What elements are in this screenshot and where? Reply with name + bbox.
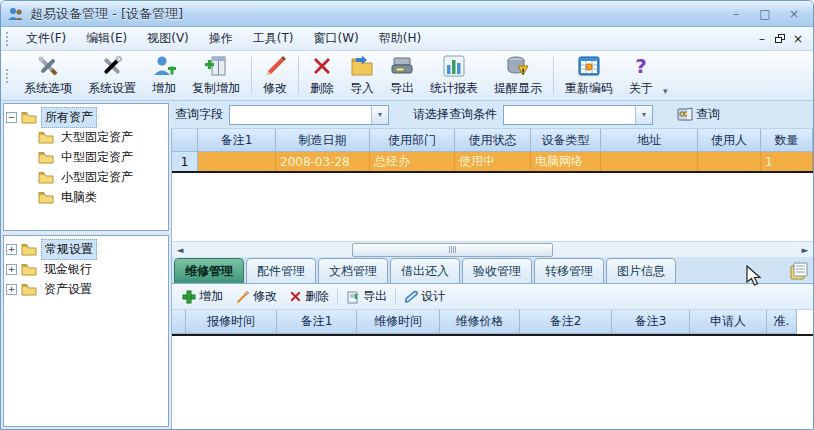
search-button[interactable]: 查询 [671, 104, 726, 125]
design-icon [404, 290, 418, 304]
scrollbar-thumb[interactable] [352, 243, 553, 257]
column-header[interactable]: 申请人 [690, 310, 767, 334]
system-settings-button[interactable]: 系统设置 [80, 51, 144, 100]
tab-document-management[interactable]: 文档管理 [318, 258, 388, 283]
mdi-close-button[interactable]: × [791, 33, 805, 45]
column-header[interactable]: 备注2 [520, 310, 612, 334]
modify-button[interactable]: 修改 [255, 51, 295, 100]
alert-icon [506, 54, 530, 78]
query-field-input[interactable] [230, 106, 371, 124]
tab-parts-management[interactable]: 配件管理 [246, 258, 316, 283]
collapse-icon[interactable]: − [6, 112, 17, 123]
column-header[interactable]: 使用部门 [370, 129, 455, 152]
cell-address [601, 152, 698, 171]
report-button[interactable]: 统计报表 [422, 51, 486, 100]
detail-panel: 维修管理 配件管理 文档管理 借出还入 验收管理 转移管理 图片信息 [171, 257, 813, 429]
system-options-button[interactable]: 系统选项 [16, 51, 80, 100]
scrollbar-track[interactable] [188, 243, 797, 257]
query-condition-input[interactable] [504, 106, 635, 124]
column-header[interactable]: 备注1 [198, 129, 276, 152]
tree-node-asset-settings[interactable]: + 资产设置 [6, 279, 166, 299]
detail-add-button[interactable]: 增加 [178, 286, 227, 307]
menu-file[interactable]: 文件(F) [16, 27, 76, 50]
column-header-rownum[interactable] [172, 129, 198, 152]
close-button[interactable]: × [781, 5, 807, 22]
tree-node-large-assets[interactable]: 大型固定资产 [6, 127, 166, 147]
detail-modify-button[interactable]: 修改 [231, 286, 281, 307]
column-header[interactable]: 备注1 [277, 310, 357, 334]
menubar: 文件(F) 编辑(E) 视图(V) 操作 工具(T) 窗口(W) 帮助(H) –… [1, 27, 813, 51]
about-button[interactable]: ? 关于 [621, 51, 661, 100]
add-icon [182, 290, 196, 304]
scroll-left-icon[interactable]: ◄ [172, 245, 188, 255]
menu-operate[interactable]: 操作 [199, 27, 243, 50]
menu-tools[interactable]: 工具(T) [243, 27, 304, 50]
query-field-combobox[interactable]: ▾ [229, 105, 389, 125]
copy-add-button[interactable]: 复制增加 [184, 51, 248, 100]
column-header[interactable]: 使用人 [698, 129, 761, 152]
tab-picture-info[interactable]: 图片信息 [606, 258, 676, 283]
mdi-restore-button[interactable] [775, 34, 785, 43]
minimize-button[interactable]: – [723, 5, 749, 22]
tree-node-all-assets[interactable]: − 所有资产 [6, 107, 166, 127]
user-add-icon [152, 54, 176, 78]
tree-node-small-assets[interactable]: 小型固定资产 [6, 167, 166, 187]
column-header[interactable]: 备注3 [612, 310, 690, 334]
tree-node-general-settings[interactable]: + 常规设置 [6, 239, 166, 259]
folder-icon [21, 263, 37, 276]
tree-node-medium-assets[interactable]: 中型固定资产 [6, 147, 166, 167]
menu-window[interactable]: 窗口(W) [304, 27, 369, 50]
column-header[interactable]: 地址 [601, 129, 698, 152]
toolbar-separator [251, 57, 252, 94]
add-button[interactable]: 增加 [144, 51, 184, 100]
query-condition-combobox[interactable]: ▾ [503, 105, 653, 125]
detail-export-button[interactable]: 导出 [342, 286, 391, 307]
menu-edit[interactable]: 编辑(E) [76, 27, 137, 50]
chevron-down-icon[interactable]: ▾ [635, 106, 652, 124]
tree-node-cash-bank[interactable]: + 现金银行 [6, 259, 166, 279]
import-icon [350, 54, 374, 78]
menu-view[interactable]: 视图(V) [137, 27, 199, 50]
column-header[interactable]: 报修时间 [186, 310, 277, 334]
scroll-right-icon[interactable]: ► [797, 245, 813, 255]
column-header[interactable]: 维修时间 [357, 310, 440, 334]
column-header[interactable]: 设备类型 [531, 129, 601, 152]
detail-delete-button[interactable]: 删除 [285, 286, 333, 307]
table-row-selected[interactable]: 1 2008-03-28 总经办 使用中 电脑网络 1 [172, 152, 813, 173]
folder-icon [21, 283, 37, 296]
table-empty-area [172, 173, 813, 241]
tab-repair-management[interactable]: 维修管理 [174, 258, 244, 283]
column-header[interactable]: 数量 [761, 129, 813, 152]
chevron-down-icon[interactable]: ▾ [371, 106, 388, 124]
expand-icon[interactable]: + [6, 284, 17, 295]
recode-button[interactable]: 重新编码 [557, 51, 621, 100]
tab-lend-return[interactable]: 借出还入 [390, 258, 460, 283]
form-view-icon[interactable] [789, 262, 809, 280]
column-header[interactable]: 准. [767, 310, 797, 334]
horizontal-scrollbar[interactable]: ◄ ► [172, 241, 813, 257]
delete-button[interactable]: 删除 [302, 51, 342, 100]
tree-node-computer-class[interactable]: 电脑类 [6, 187, 166, 207]
expand-icon[interactable]: + [6, 244, 17, 255]
copy-add-icon [204, 54, 228, 78]
question-icon: ? [629, 54, 653, 78]
tab-acceptance-management[interactable]: 验收管理 [462, 258, 532, 283]
export-button[interactable]: 导出 [382, 51, 422, 100]
column-header[interactable]: 制造日期 [276, 129, 370, 152]
mdi-minimize-button[interactable]: – [755, 33, 769, 45]
import-button[interactable]: 导入 [342, 51, 382, 100]
toolbar-separator [395, 289, 396, 305]
tab-transfer-management[interactable]: 转移管理 [534, 258, 604, 283]
folder-icon [21, 111, 37, 124]
cell-device-type: 电脑网络 [531, 152, 601, 171]
reminder-button[interactable]: 提醒显示 [486, 51, 550, 100]
column-header[interactable]: 使用状态 [455, 129, 531, 152]
menu-help[interactable]: 帮助(H) [369, 27, 431, 50]
column-header[interactable]: 维修价格 [440, 310, 520, 334]
export-doc-icon [346, 290, 360, 304]
maximize-button[interactable]: □ [752, 5, 778, 22]
app-window: 超易设备管理 - [设备管理] – □ × 文件(F) 编辑(E) 视图(V) … [0, 0, 814, 430]
detail-design-button[interactable]: 设计 [400, 286, 449, 307]
expand-icon[interactable]: + [6, 264, 17, 275]
toolbar-overflow-button[interactable]: ▾ [661, 86, 672, 100]
